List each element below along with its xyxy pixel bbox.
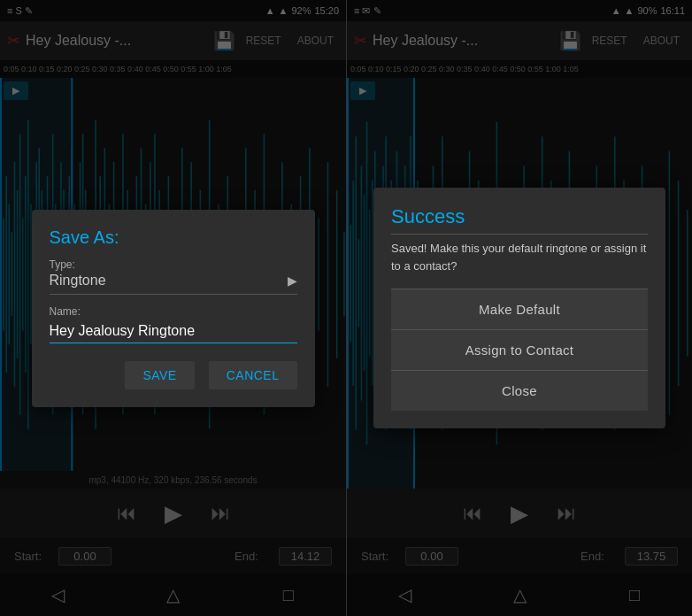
save-dialog-title: Save As: (50, 227, 297, 248)
dialog-buttons: Save Cancel (50, 361, 297, 389)
right-phone-panel: ≡ ✉ ✎ ▲ ▲ 90% 16:11 ✂ Hey Jealousy -... … (346, 0, 692, 616)
name-label: Name: (50, 305, 297, 318)
success-message: Saved! Make this your default ringtone o… (391, 240, 648, 274)
type-select-value: Ringtone (50, 273, 288, 289)
save-button[interactable]: Save (125, 361, 194, 389)
close-button[interactable]: Close (391, 370, 648, 411)
type-select-row[interactable]: Ringtone ▶ (50, 273, 297, 295)
save-dialog: Save As: Type: Ringtone ▶ Name: Save Can… (32, 210, 315, 407)
ringtone-name-input[interactable] (50, 320, 297, 343)
cancel-button[interactable]: Cancel (209, 361, 297, 389)
success-dialog-overlay: Success Saved! Make this your default ri… (347, 0, 692, 616)
type-label: Type: (50, 258, 297, 271)
assign-contact-button[interactable]: Assign to Contact (391, 329, 648, 370)
success-title: Success (391, 205, 648, 235)
dropdown-arrow-icon: ▶ (288, 273, 297, 288)
success-dialog: Success Saved! Make this your default ri… (373, 188, 665, 428)
save-dialog-overlay: Save As: Type: Ringtone ▶ Name: Save Can… (0, 0, 346, 616)
left-phone-panel: ≡ S ✎ ▲ ▲ 92% 15:20 ✂ Hey Jealousy -... … (0, 0, 346, 616)
make-default-button[interactable]: Make Default (391, 289, 648, 329)
